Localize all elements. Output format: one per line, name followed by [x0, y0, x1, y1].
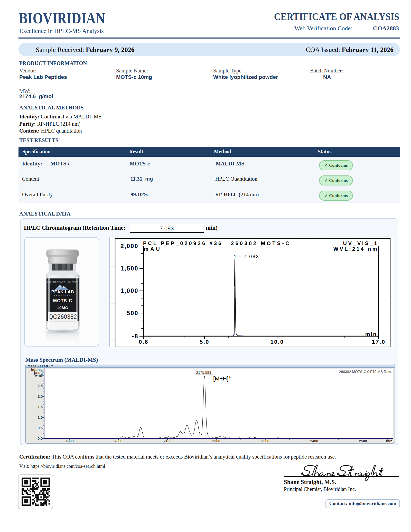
svg-text:PEPTIDES: PEPTIDES [54, 294, 71, 297]
svg-text:1,500: 1,500 [120, 265, 138, 272]
svg-text:2,000: 2,000 [120, 243, 138, 249]
svg-text:mAU: mAU [144, 246, 162, 252]
svg-text:0.8: 0.8 [139, 339, 148, 345]
svg-text:500: 500 [127, 310, 138, 316]
svg-text:2.0: 2.0 [38, 394, 43, 398]
svg-text:1 - 7.083: 1 - 7.083 [234, 254, 259, 259]
svg-text:10MG: 10MG [57, 305, 69, 310]
svg-text:1,000: 1,000 [120, 287, 138, 294]
svg-text:Mass Spectrum: Mass Spectrum [28, 364, 54, 367]
svg-text:2175.583: 2175.583 [196, 370, 211, 375]
svg-text:0.5: 0.5 [38, 426, 43, 430]
svg-text:2.5: 2.5 [38, 384, 43, 388]
svg-text:0.0: 0.0 [38, 436, 43, 441]
svg-text:QC260382: QC260382 [48, 313, 77, 320]
svg-text:PCL PEP_020926 #36: PCL PEP_020926 #36 [143, 240, 223, 246]
svg-text:MOTS-C: MOTS-C [53, 298, 72, 303]
svg-text:UV_VIS_1: UV_VIS_1 [343, 240, 378, 246]
svg-text:1.5: 1.5 [38, 405, 43, 409]
svg-text:260382 MOTS-C 0:F19 MS Raw: 260382 MOTS-C 0:F19 MS Raw [339, 370, 391, 374]
svg-text:17.0: 17.0 [372, 339, 386, 345]
svg-text:2300: 2300 [261, 439, 269, 443]
svg-text:1.0: 1.0 [38, 415, 43, 419]
svg-text:PEAK LAB: PEAK LAB [51, 290, 74, 294]
svg-text:WVL:214 nm: WVL:214 nm [333, 246, 378, 252]
svg-text:USA RESEARCH SUPPLY: USA RESEARCH SUPPLY [47, 281, 78, 283]
svg-text:[M+H]+: [M+H]+ [213, 375, 231, 382]
svg-text:-8: -8 [132, 333, 138, 340]
svg-text:1900: 1900 [66, 439, 73, 443]
svg-text:min: min [365, 331, 377, 337]
svg-text:10.0: 10.0 [270, 339, 284, 345]
svg-text:m/z: m/z [386, 439, 392, 443]
svg-text:260382 MOTS-C: 260382 MOTS-C [231, 240, 291, 246]
svg-text:5.0: 5.0 [200, 339, 209, 345]
